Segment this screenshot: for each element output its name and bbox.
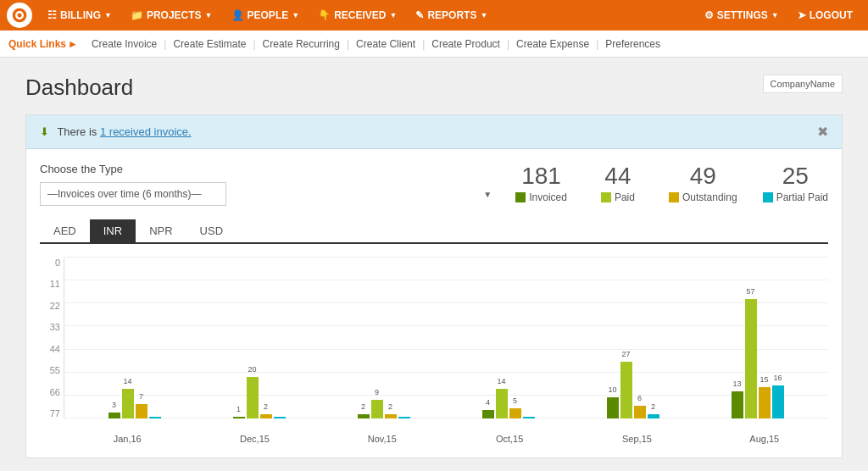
quick-links-label: Quick Links ► bbox=[8, 38, 78, 50]
bar-invoiced: 10 bbox=[607, 397, 619, 418]
close-icon[interactable]: ✖ bbox=[817, 124, 828, 140]
bar-group: 102762 bbox=[570, 362, 695, 418]
chevron-down-icon: ▼ bbox=[483, 190, 492, 199]
stat-outstanding: 49 Outstanding bbox=[669, 163, 737, 203]
tabs-row: AED INR NPR USD bbox=[40, 219, 828, 244]
tab-usd[interactable]: USD bbox=[186, 219, 236, 242]
dashboard-card: ⬇ There is 1 received invoice. ✖ Choose … bbox=[25, 114, 843, 458]
alert-text: ⬇ There is 1 received invoice. bbox=[40, 125, 192, 138]
type-select[interactable]: —Invoices over time (6 months)— bbox=[40, 182, 226, 206]
choose-type-section: Choose the Type —Invoices over time (6 m… bbox=[40, 163, 498, 206]
bar-value-label: 14 bbox=[123, 377, 131, 385]
choose-type-label: Choose the Type bbox=[40, 163, 498, 175]
bar-value-label: 16 bbox=[773, 374, 782, 382]
bar-value-label: 5 bbox=[513, 396, 517, 405]
bar-group: 4145 bbox=[446, 389, 570, 418]
bar-partial bbox=[274, 417, 286, 418]
download-icon: ⬇ bbox=[40, 125, 49, 138]
bar-paid: 20 bbox=[247, 377, 259, 418]
stat-partial: 25 Partial Paid bbox=[763, 163, 828, 203]
stat-invoiced: 181 Invoiced bbox=[515, 163, 567, 203]
bar-value-label: 14 bbox=[497, 377, 505, 385]
stat-label-partial: Partial Paid bbox=[763, 191, 828, 203]
x-axis-label: Sep,15 bbox=[573, 434, 700, 444]
bar-invoiced: 1 bbox=[233, 417, 245, 418]
quick-link-create-product[interactable]: Create Product bbox=[425, 38, 507, 50]
tab-npr[interactable]: NPR bbox=[136, 219, 186, 242]
bar-partial bbox=[149, 417, 161, 418]
dashboard-header: Dashboard CompanyName bbox=[25, 75, 843, 101]
quick-link-preferences[interactable]: Preferences bbox=[598, 38, 667, 50]
bar-paid: 14 bbox=[496, 389, 508, 418]
x-axis-label: Jan,16 bbox=[64, 434, 191, 444]
alert-banner: ⬇ There is 1 received invoice. ✖ bbox=[26, 115, 842, 149]
quick-link-create-estimate[interactable]: Create Estimate bbox=[166, 38, 253, 50]
bar-value-label: 57 bbox=[746, 287, 754, 296]
top-nav: ☷ BILLING ▼ 📁 PROJECTS ▼ 👤 PEOPLE ▼ 👇 RE… bbox=[0, 0, 868, 30]
bar-value-label: 4 bbox=[486, 398, 490, 407]
company-logo: CompanyName bbox=[763, 75, 843, 93]
stat-label-outstanding: Outstanding bbox=[669, 191, 737, 203]
bar-value-label: 20 bbox=[248, 365, 256, 374]
main-content: Dashboard CompanyName ⬇ There is 1 recei… bbox=[0, 58, 868, 471]
bar-paid: 9 bbox=[371, 400, 383, 418]
outstanding-dot bbox=[669, 192, 679, 202]
tab-inr[interactable]: INR bbox=[90, 219, 136, 242]
paid-dot bbox=[601, 192, 611, 202]
quick-link-create-client[interactable]: Create Client bbox=[349, 38, 422, 50]
bar-group: 3147 bbox=[72, 389, 197, 418]
x-axis-label: Nov,15 bbox=[319, 434, 446, 444]
stats-row: Choose the Type —Invoices over time (6 m… bbox=[26, 149, 842, 219]
stat-label-paid: Paid bbox=[593, 191, 643, 203]
nav-items: ☷ BILLING ▼ 📁 PROJECTS ▼ 👤 PEOPLE ▼ 👇 RE… bbox=[39, 0, 696, 30]
stat-number-invoiced: 181 bbox=[515, 163, 567, 190]
bar-outstanding: 7 bbox=[136, 404, 147, 418]
bar-group: 13571516 bbox=[695, 299, 820, 418]
bar-value-label: 6 bbox=[637, 394, 642, 402]
bar-invoiced: 2 bbox=[358, 414, 370, 418]
invoiced-dot bbox=[515, 192, 526, 202]
bar-paid: 57 bbox=[745, 299, 757, 418]
bar-outstanding: 15 bbox=[759, 387, 771, 418]
quick-link-create-recurring[interactable]: Create Recurring bbox=[256, 38, 347, 50]
nav-logout[interactable]: ➤ LOGOUT bbox=[789, 0, 861, 30]
select-wrapper: —Invoices over time (6 months)— ▼ bbox=[40, 182, 498, 206]
bar-outstanding: 2 bbox=[260, 414, 272, 418]
bar-value-label: 9 bbox=[375, 388, 379, 396]
bar-group: 292 bbox=[321, 400, 446, 418]
nav-people[interactable]: 👤 PEOPLE ▼ bbox=[223, 0, 309, 30]
bar-paid: 14 bbox=[122, 389, 134, 418]
bar-partial bbox=[398, 417, 410, 418]
bar-value-label: 13 bbox=[732, 380, 741, 388]
bar-value-label: 2 bbox=[361, 402, 365, 411]
bar-group: 1202 bbox=[197, 377, 321, 418]
bar-partial: 2 bbox=[648, 414, 659, 418]
tab-aed[interactable]: AED bbox=[40, 219, 90, 242]
stat-number-outstanding: 49 bbox=[669, 163, 737, 190]
stat-label-invoiced: Invoiced bbox=[515, 191, 567, 203]
stat-number-paid: 44 bbox=[593, 163, 643, 190]
bar-invoiced: 13 bbox=[732, 391, 743, 418]
chart-container: 77 66 55 44 33 22 11 0 bbox=[40, 258, 828, 444]
quick-link-create-invoice[interactable]: Create Invoice bbox=[85, 38, 164, 50]
bar-value-label: 27 bbox=[621, 350, 630, 358]
nav-projects[interactable]: 📁 PROJECTS ▼ bbox=[122, 0, 221, 30]
svg-point-2 bbox=[18, 14, 22, 18]
alert-link[interactable]: 1 received invoice. bbox=[100, 125, 192, 138]
bar-value-label: 7 bbox=[139, 392, 143, 401]
nav-reports[interactable]: ✎ REPORTS ▼ bbox=[407, 0, 496, 30]
stat-paid: 44 Paid bbox=[593, 163, 643, 203]
bar-invoiced: 3 bbox=[108, 413, 120, 418]
bar-value-label: 15 bbox=[760, 375, 768, 384]
bar-outstanding: 5 bbox=[509, 408, 521, 418]
chart-bars: 31471202292414510276213571516 bbox=[64, 258, 828, 418]
nav-billing[interactable]: ☷ BILLING ▼ bbox=[39, 0, 120, 30]
bar-value-label: 3 bbox=[112, 401, 116, 409]
x-axis-label: Dec,15 bbox=[191, 434, 318, 444]
bar-value-label: 1 bbox=[236, 405, 241, 413]
quick-link-create-expense[interactable]: Create Expense bbox=[509, 38, 596, 50]
bar-partial bbox=[523, 417, 535, 418]
bar-partial: 16 bbox=[772, 385, 784, 418]
nav-received[interactable]: 👇 RECEIVED ▼ bbox=[309, 0, 405, 30]
nav-settings[interactable]: ⚙ SETTINGS ▼ bbox=[696, 0, 787, 30]
